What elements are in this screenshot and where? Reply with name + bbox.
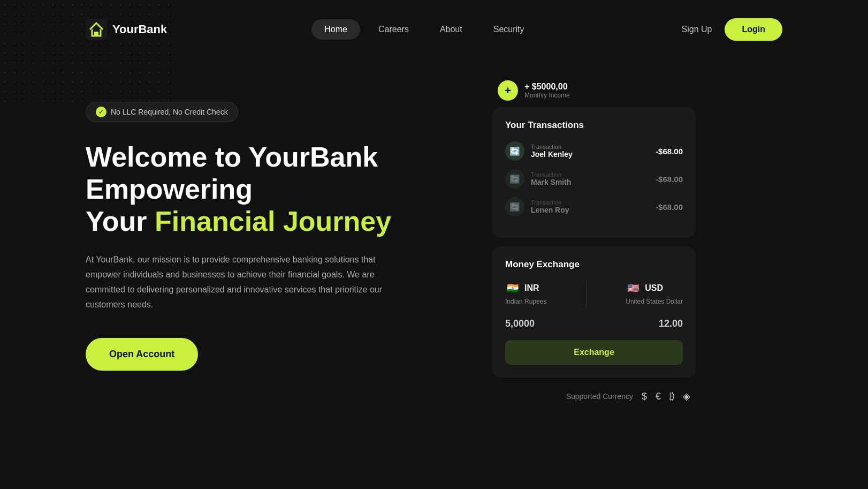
svg-rect-1	[94, 32, 98, 36]
currency-from-name: Indian Rupees	[505, 298, 546, 305]
logo-text: YourBank	[112, 22, 167, 36]
transaction-info-1: Transaction Mark Smith	[531, 171, 571, 186]
currency-symbol-other: ◈	[683, 390, 690, 402]
transactions-card: Your Transactions 🔄 Transaction Joel Ken…	[492, 107, 696, 238]
hero-description: At YourBank, our mission is to provide c…	[86, 252, 385, 312]
transaction-amount-1: -$68.00	[656, 175, 683, 184]
nav-link-careers[interactable]: Careers	[366, 19, 422, 40]
currency-to-code: USD	[645, 283, 663, 293]
transaction-icon-2: 🔄	[505, 197, 524, 216]
currency-to-name: United States Dollar	[626, 298, 683, 305]
main-content: ✓ No LLC Required, No Credit Check Welco…	[0, 59, 868, 434]
logo-area[interactable]: YourBank	[86, 19, 167, 40]
transaction-item: 🔄 Transaction Joel Kenley -$68.00	[505, 141, 683, 161]
exchange-to-value: 12.00	[659, 318, 683, 329]
transaction-item-faded-1: 🔄 Transaction Mark Smith -$68.00	[505, 169, 683, 189]
transaction-type-2: Transaction	[531, 199, 569, 206]
transaction-info-2: Transaction Lenen Roy	[531, 199, 569, 214]
exchange-values: 5,0000 12.00	[505, 318, 683, 329]
exchange-button[interactable]: Exchange	[505, 340, 683, 365]
currency-to-top: 🇺🇸 USD	[626, 281, 683, 296]
nav-link-about[interactable]: About	[427, 19, 475, 40]
currency-symbol-bitcoin: ₿	[669, 391, 674, 402]
currency-to-flag: 🇺🇸	[626, 281, 641, 296]
transaction-left-1: 🔄 Transaction Mark Smith	[505, 169, 571, 189]
transaction-left: 🔄 Transaction Joel Kenley	[505, 141, 573, 161]
currency-symbol-euro: €	[656, 391, 661, 402]
income-label: Monthly Income	[524, 92, 570, 99]
logo-icon	[86, 19, 107, 40]
nav-link-security[interactable]: Security	[481, 19, 537, 40]
transaction-name-1: Mark Smith	[531, 178, 571, 186]
transaction-type-1: Transaction	[531, 171, 571, 178]
currency-row: 🇮🇳 INR Indian Rupees 🇺🇸 USD United State…	[505, 281, 683, 307]
transaction-name-2: Lenen Roy	[531, 206, 569, 214]
currency-symbol-dollar: $	[642, 391, 647, 402]
exchange-card: Money Exchange 🇮🇳 INR Indian Rupees 🇺🇸 U…	[492, 246, 696, 378]
navbar: YourBank Home Careers About Security Sig…	[0, 0, 868, 59]
nav-links: Home Careers About Security	[311, 19, 537, 40]
transaction-amount-2: -$68.00	[656, 202, 683, 212]
signup-button[interactable]: Sign Up	[682, 25, 712, 34]
hero-title: Welcome to YourBank Empowering Your Fina…	[86, 141, 460, 237]
currency-from-top: 🇮🇳 INR	[505, 281, 546, 296]
nav-link-home[interactable]: Home	[311, 19, 360, 40]
transaction-amount-0: -$68.00	[656, 147, 683, 156]
income-icon: +	[498, 80, 518, 101]
transaction-left-2: 🔄 Transaction Lenen Roy	[505, 197, 569, 216]
badge-check-icon: ✓	[96, 107, 106, 117]
income-info: + $5000,00 Monthly Income	[524, 82, 570, 99]
right-panel: + + $5000,00 Monthly Income Your Transac…	[492, 80, 696, 402]
transaction-type-0: Transaction	[531, 144, 573, 150]
currency-from-flag: 🇮🇳	[505, 281, 520, 296]
hero-title-line2: Your	[86, 206, 155, 237]
badge-text: No LLC Required, No Credit Check	[111, 108, 228, 116]
currency-from: 🇮🇳 INR Indian Rupees	[505, 281, 546, 305]
transaction-info-0: Transaction Joel Kenley	[531, 144, 573, 159]
supported-currency-label: Supported Currency	[566, 392, 633, 401]
transaction-icon-1: 🔄	[505, 169, 524, 189]
hero-badge: ✓ No LLC Required, No Credit Check	[86, 102, 238, 122]
transactions-title: Your Transactions	[505, 120, 683, 131]
exchange-title: Money Exchange	[505, 259, 683, 270]
hero-title-line1: Welcome to YourBank Empowering	[86, 141, 378, 205]
nav-auth: Sign Up Login	[682, 18, 782, 41]
income-card: + + $5000,00 Monthly Income	[492, 80, 696, 101]
hero-section: ✓ No LLC Required, No Credit Check Welco…	[86, 80, 460, 371]
supported-currency: Supported Currency $ € ₿ ◈	[492, 390, 696, 402]
income-amount: + $5000,00	[524, 82, 570, 92]
transaction-icon-0: 🔄	[505, 141, 524, 161]
open-account-button[interactable]: Open Account	[86, 338, 198, 371]
currency-to: 🇺🇸 USD United States Dollar	[626, 281, 683, 305]
hero-title-highlight: Financial Journey	[155, 206, 391, 237]
transaction-name-0: Joel Kenley	[531, 150, 573, 159]
transaction-item-faded-2: 🔄 Transaction Lenen Roy -$68.00	[505, 197, 683, 216]
exchange-from-value: 5,0000	[505, 318, 535, 329]
login-button[interactable]: Login	[725, 18, 782, 41]
currency-divider	[586, 281, 587, 307]
currency-from-code: INR	[524, 283, 539, 293]
